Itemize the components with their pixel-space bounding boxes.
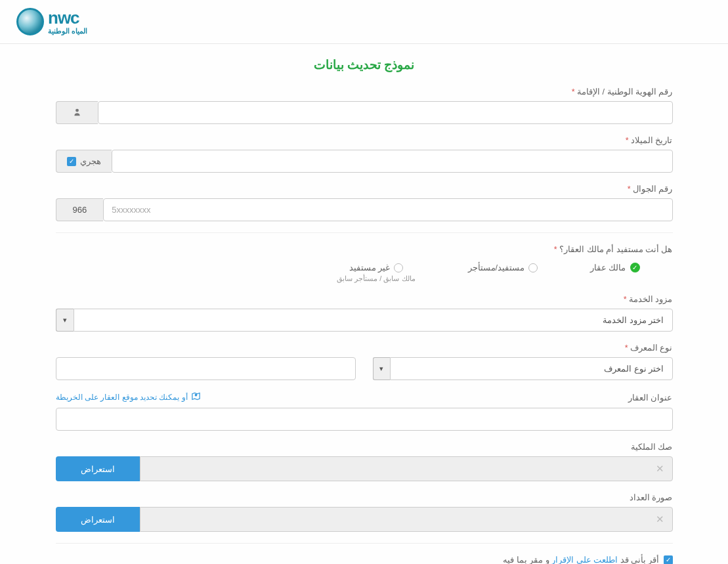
provider-select[interactable]: اختر مزود الخدمة — [74, 309, 673, 332]
birthdate-input[interactable] — [112, 150, 673, 173]
radio-icon — [528, 263, 538, 272]
divider — [56, 543, 673, 544]
meter-label: صورة العداد — [56, 492, 673, 502]
person-icon — [73, 108, 81, 118]
identifier-value-input[interactable] — [56, 357, 356, 380]
ack-link[interactable]: اطلعت على الإقرار — [551, 555, 618, 564]
mobile-label: رقم الجوال * — [56, 184, 673, 194]
close-icon[interactable]: ✕ — [656, 513, 664, 525]
birthdate-label: تاريخ الميلاد * — [56, 135, 673, 145]
hijri-checkbox-wrap[interactable]: ✓ هجري — [56, 150, 112, 173]
chevron-down-icon: ▾ — [373, 357, 390, 380]
radio-icon — [394, 263, 403, 272]
map-pin-icon — [191, 391, 201, 403]
close-icon[interactable]: ✕ — [656, 463, 664, 475]
mobile-input[interactable] — [103, 198, 672, 221]
deed-label: صك الملكية — [56, 442, 673, 452]
map-link[interactable]: أو يمكنك تحديد موقع العقار على الخريطة — [56, 391, 201, 403]
logo-brand: nwc — [48, 9, 79, 26]
mobile-prefix: 966 — [56, 198, 104, 221]
hijri-checkbox-icon: ✓ — [67, 157, 76, 166]
page-title: نموذج تحديث بيانات — [56, 57, 673, 72]
meter-browse-button[interactable]: استعراض — [56, 507, 140, 532]
svg-point-0 — [195, 394, 197, 396]
logo-subtitle: المياه الوطنية — [48, 27, 87, 35]
address-label: عنوان العقار — [628, 393, 672, 402]
hijri-label: هجري — [80, 156, 101, 166]
chevron-down-icon: ▾ — [56, 309, 74, 332]
meter-file-display[interactable]: ✕ — [140, 507, 673, 532]
deed-browse-button[interactable]: استعراض — [56, 456, 140, 481]
idtype-label: نوع المعرف * — [56, 343, 673, 353]
role-question: هل أنت مستفيد أم مالك العقار؟ * — [56, 244, 673, 254]
radio-nonbeneficiary[interactable]: غير مستفيد مالك سابق / مستأجر سابق — [337, 263, 415, 283]
check-circle-icon: ✓ — [630, 263, 640, 272]
identity-label: رقم الهوية الوطنية / الإقامة * — [56, 87, 673, 97]
radio-owner[interactable]: ✓ مالك عقار — [590, 263, 639, 283]
deed-file-display[interactable]: ✕ — [140, 456, 673, 481]
ack-checkbox[interactable]: ✓ — [664, 555, 673, 565]
logo-sphere-icon — [16, 8, 44, 35]
header: nwc المياه الوطنية — [0, 0, 728, 44]
provider-label: مزود الخدمة * — [56, 294, 673, 304]
logo: nwc المياه الوطنية — [16, 8, 87, 35]
idtype-select[interactable]: اختر نوع المعرف — [390, 357, 673, 380]
address-input[interactable] — [56, 408, 673, 431]
divider — [56, 232, 673, 233]
acknowledgement-row: ✓ أقر بأني قد اطلعت على الإقرار و مقر بم… — [56, 555, 673, 564]
identity-addon — [56, 101, 98, 124]
radio-nonbenef-sub: مالك سابق / مستأجر سابق — [337, 274, 415, 283]
radio-beneficiary[interactable]: مستفيد/مستأجر — [468, 263, 538, 283]
identity-input[interactable] — [98, 101, 673, 124]
